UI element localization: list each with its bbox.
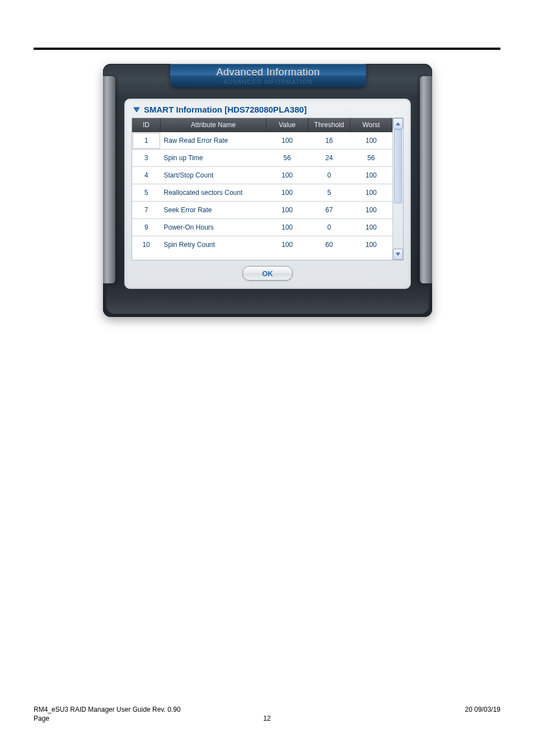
- cell-worst: 100: [350, 219, 392, 236]
- cell-value: 100: [266, 236, 308, 254]
- cell-value: 100: [266, 202, 308, 219]
- cell-attr: Raw Read Error Rate: [161, 132, 266, 150]
- section-header: SMART Information [HDS728080PLA380]: [132, 105, 404, 118]
- cell-id: 7: [132, 202, 161, 219]
- col-worst[interactable]: Worst: [350, 118, 392, 132]
- cell-id: 5: [132, 184, 161, 202]
- cell-attr: Power-On Hours: [161, 219, 266, 236]
- col-value[interactable]: Value: [266, 118, 308, 132]
- col-id[interactable]: ID: [132, 118, 161, 132]
- cell-attr: Spin Retry Count: [161, 236, 266, 254]
- cell-id: 3: [132, 150, 161, 167]
- cell-value: 100: [266, 132, 308, 150]
- page-top-rule: [34, 48, 500, 50]
- window-frame-left: [103, 76, 115, 283]
- cell-threshold: 5: [308, 184, 350, 202]
- svg-marker-2: [396, 253, 400, 256]
- footer-page-number: 12: [0, 715, 534, 722]
- section-title: SMART Information [HDS728080PLA380]: [144, 105, 307, 114]
- title-bar: Advanced Information ADVANCED INFORMATIO…: [170, 64, 366, 87]
- cell-threshold: 0: [308, 219, 350, 236]
- cell-id: 10: [132, 236, 161, 254]
- table-row[interactable]: 4 Start/Stop Count 100 0 100: [132, 167, 392, 184]
- content-panel: SMART Information [HDS728080PLA380] ID A…: [124, 99, 411, 289]
- cell-worst: 100: [350, 132, 392, 150]
- cell-worst: 100: [350, 167, 392, 184]
- cell-id: 1: [132, 132, 161, 150]
- table-row[interactable]: 5 Reallocated sectors Count 100 5 100: [132, 184, 392, 202]
- cell-attr: Seek Error Rate: [161, 202, 266, 219]
- cell-attr: Spin up Time: [161, 150, 266, 167]
- cell-worst: 56: [350, 150, 392, 167]
- cell-threshold: 67: [308, 202, 350, 219]
- cell-value: 100: [266, 184, 308, 202]
- svg-marker-0: [134, 108, 139, 112]
- ok-button[interactable]: OK: [242, 266, 293, 281]
- scroll-up-button[interactable]: [393, 118, 403, 129]
- table-row[interactable]: 9 Power-On Hours 100 0 100: [132, 219, 392, 236]
- footer-doc-title: RM4_eSU3 RAID Manager User Guide Rev. 0.…: [34, 706, 181, 713]
- smart-table-body: 1 Raw Read Error Rate 100 16 100 3 Spin …: [132, 132, 392, 254]
- cell-attr: Start/Stop Count: [161, 167, 266, 184]
- cell-threshold: 0: [308, 167, 350, 184]
- svg-marker-1: [396, 122, 400, 125]
- smart-table-container: ID Attribute Name Value Threshold Worst …: [132, 118, 404, 260]
- cell-threshold: 60: [308, 236, 350, 254]
- window-title-shadow: ADVANCED INFORMATION: [170, 78, 366, 85]
- cell-threshold: 16: [308, 132, 350, 150]
- cell-attr: Reallocated sectors Count: [161, 184, 266, 202]
- scrollbar-thumb[interactable]: [394, 129, 402, 203]
- table-row[interactable]: 3 Spin up Time 56 24 56: [132, 150, 392, 167]
- cell-value: 56: [266, 150, 308, 167]
- table-row[interactable]: 10 Spin Retry Count 100 60 100: [132, 236, 392, 254]
- cell-value: 100: [266, 219, 308, 236]
- vertical-scrollbar[interactable]: [392, 118, 403, 260]
- cell-value: 100: [266, 167, 308, 184]
- cell-id: 4: [132, 167, 161, 184]
- app-window: Advanced Information ADVANCED INFORMATIO…: [103, 64, 432, 317]
- table-row[interactable]: 1 Raw Read Error Rate 100 16 100: [132, 132, 392, 150]
- cell-worst: 100: [350, 184, 392, 202]
- cell-worst: 100: [350, 202, 392, 219]
- window-frame-right: [420, 76, 432, 283]
- cell-id: 9: [132, 219, 161, 236]
- scroll-down-button[interactable]: [393, 249, 403, 260]
- col-threshold[interactable]: Threshold: [308, 118, 350, 132]
- cell-worst: 100: [350, 236, 392, 254]
- smart-table: ID Attribute Name Value Threshold Worst …: [132, 118, 392, 253]
- smart-table-area: ID Attribute Name Value Threshold Worst …: [132, 118, 392, 260]
- col-attr[interactable]: Attribute Name: [161, 118, 266, 132]
- table-row[interactable]: 7 Seek Error Rate 100 67 100: [132, 202, 392, 219]
- expand-arrow-icon[interactable]: [133, 106, 140, 114]
- footer-date: 20 09/03/19: [465, 706, 500, 713]
- cell-threshold: 24: [308, 150, 350, 167]
